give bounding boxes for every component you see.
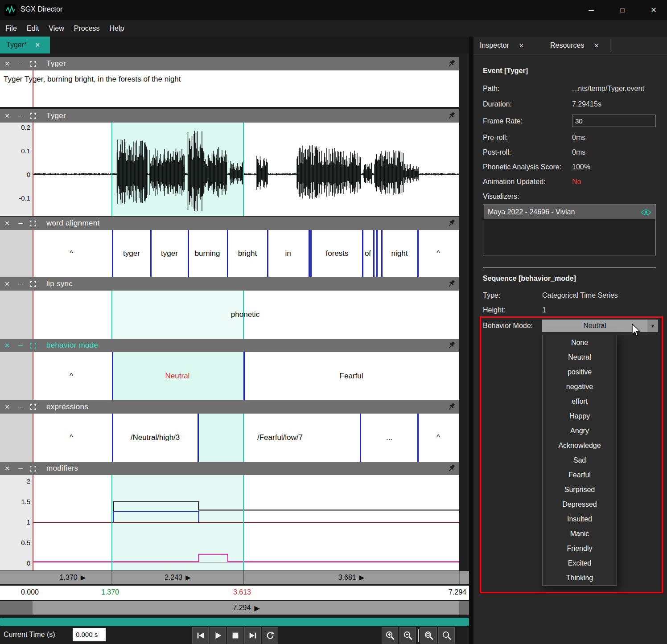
segment-boundary[interactable] bbox=[112, 352, 113, 400]
selection-start-line[interactable] bbox=[111, 291, 112, 339]
visualizer-item[interactable]: Maya 2022 - 24696 - Vivian bbox=[484, 205, 655, 219]
dropdown-option-surprised[interactable]: Surprised bbox=[543, 482, 617, 497]
track-maximize-icon[interactable] bbox=[30, 113, 37, 119]
selection-end-line[interactable] bbox=[243, 475, 244, 570]
track-minimize-icon[interactable]: ─ bbox=[17, 277, 24, 291]
dropdown-option-negative[interactable]: negative bbox=[543, 379, 617, 394]
dropdown-option-effort[interactable]: effort bbox=[543, 394, 617, 409]
timeline-segment-bar[interactable]: 1.370 ▶ 2.243 ▶ 3.681 ▶ bbox=[0, 571, 469, 584]
menu-process[interactable]: Process bbox=[74, 25, 106, 33]
segment-boundary[interactable] bbox=[373, 230, 375, 277]
track-maximize-icon[interactable] bbox=[30, 466, 37, 472]
track-close-icon[interactable]: ✕ bbox=[4, 109, 10, 123]
track-close-icon[interactable]: ✕ bbox=[4, 400, 10, 414]
track-minimize-icon[interactable]: ─ bbox=[17, 57, 24, 70]
segment-label[interactable]: ... bbox=[386, 433, 392, 442]
playhead[interactable] bbox=[33, 475, 33, 570]
visibility-eye-icon[interactable] bbox=[641, 209, 651, 216]
segment-label[interactable]: burning bbox=[195, 249, 220, 258]
segment-boundary[interactable] bbox=[227, 230, 228, 277]
stop-button[interactable] bbox=[227, 627, 243, 644]
playhead[interactable] bbox=[33, 352, 33, 400]
segment-duration-2[interactable]: 2.243 ▶ bbox=[112, 571, 243, 584]
segment-boundary[interactable] bbox=[360, 414, 361, 462]
track-maximize-icon[interactable] bbox=[30, 404, 37, 410]
track-minimize-icon[interactable]: ─ bbox=[17, 339, 24, 352]
playhead[interactable] bbox=[33, 230, 33, 277]
extent-cap-left[interactable] bbox=[0, 601, 33, 615]
play-button[interactable] bbox=[210, 627, 226, 644]
track-expressions-body[interactable]: ^/Neutral/high/3/Fearful/low/7...^ bbox=[0, 414, 459, 462]
track-close-icon[interactable]: ✕ bbox=[4, 462, 10, 475]
track-maximize-icon[interactable] bbox=[30, 61, 37, 67]
zoom-fit-icon[interactable] bbox=[438, 627, 455, 644]
dropdown-option-acknowledge[interactable]: Acknowledge bbox=[543, 438, 617, 453]
dropdown-option-manic[interactable]: Manic bbox=[543, 526, 617, 541]
track-pin-icon[interactable] bbox=[448, 464, 456, 473]
dropdown-option-excited[interactable]: Excited bbox=[543, 556, 617, 570]
segment-duration-1[interactable]: 1.370 ▶ bbox=[33, 571, 112, 584]
current-time-field[interactable]: 0.000 s bbox=[73, 628, 106, 641]
dropdown-option-depressed[interactable]: Depressed bbox=[543, 497, 617, 512]
track-pin-icon[interactable] bbox=[448, 111, 456, 120]
segment-boundary[interactable] bbox=[243, 352, 245, 400]
window-close-button[interactable]: ✕ bbox=[640, 0, 667, 20]
track-close-icon[interactable]: ✕ bbox=[4, 339, 10, 352]
behavior-mode-dropdown[interactable]: Neutral ▼ bbox=[542, 320, 658, 332]
zoom-to-selection-icon[interactable] bbox=[420, 627, 437, 644]
track-modifiers-body[interactable]: 2 1.5 1 0.5 0 bbox=[0, 475, 459, 570]
menu-file[interactable]: File bbox=[5, 25, 23, 33]
selection-end-line[interactable] bbox=[243, 123, 244, 216]
segment-boundary[interactable] bbox=[112, 230, 113, 277]
panel-divider[interactable] bbox=[469, 37, 473, 644]
segment-play-icon[interactable]: ▶ bbox=[185, 574, 191, 582]
dropdown-option-neutral[interactable]: Neutral bbox=[543, 350, 617, 365]
time-ruler[interactable]: 0.000 1.370 3.613 7.294 bbox=[0, 586, 469, 600]
track-behavior-mode-body[interactable]: ^NeutralFearful bbox=[0, 352, 459, 400]
track-maximize-icon[interactable] bbox=[30, 343, 37, 349]
track-minimize-icon[interactable]: ─ bbox=[17, 462, 24, 475]
segment-play-icon[interactable]: ▶ bbox=[81, 574, 86, 582]
segment-boundary[interactable] bbox=[381, 230, 383, 277]
tab-resources[interactable]: Resources ✕ bbox=[550, 37, 599, 54]
track-minimize-icon[interactable]: ─ bbox=[17, 109, 24, 123]
dropdown-option-thinking[interactable]: Thinking bbox=[543, 570, 617, 585]
track-pin-icon[interactable] bbox=[448, 279, 456, 288]
dropdown-option-happy[interactable]: Happy bbox=[543, 409, 617, 423]
segment-label[interactable]: tyger bbox=[123, 249, 140, 258]
dropdown-option-none[interactable]: None bbox=[543, 335, 617, 350]
menu-view[interactable]: View bbox=[49, 25, 70, 33]
phonetic-label[interactable]: phonetic bbox=[231, 310, 259, 319]
segment-label[interactable]: ^ bbox=[70, 372, 73, 381]
segment-boundary[interactable] bbox=[198, 414, 199, 462]
segment-boundary[interactable] bbox=[417, 230, 419, 277]
segment-label[interactable]: in bbox=[285, 249, 291, 258]
tab-close-icon[interactable]: ✕ bbox=[519, 42, 524, 49]
segment-label[interactable]: ^ bbox=[436, 249, 440, 258]
track-pin-icon[interactable] bbox=[448, 59, 456, 68]
segment-play-icon[interactable]: ▶ bbox=[359, 574, 365, 582]
menu-edit[interactable]: Edit bbox=[27, 25, 45, 33]
zoom-in-icon[interactable] bbox=[382, 627, 398, 644]
segment-label[interactable]: /Fearful/low/7 bbox=[257, 433, 303, 442]
dropdown-option-fearful[interactable]: Fearful bbox=[543, 468, 617, 482]
tab-tyger[interactable]: Tyger* ✕ bbox=[0, 37, 50, 53]
segment-boundary[interactable] bbox=[376, 230, 378, 277]
track-minimize-icon[interactable]: ─ bbox=[17, 400, 24, 414]
track-pin-icon[interactable] bbox=[448, 402, 456, 411]
skip-to-start-button[interactable] bbox=[192, 627, 209, 644]
frame-rate-input[interactable] bbox=[572, 115, 656, 127]
selection-end-line[interactable] bbox=[243, 414, 244, 462]
track-minimize-icon[interactable]: ─ bbox=[17, 217, 24, 230]
window-maximize-button[interactable]: □ bbox=[609, 0, 636, 20]
extent-cap-right[interactable] bbox=[459, 601, 469, 615]
segment-label[interactable]: /Neutral/high/3 bbox=[131, 433, 180, 442]
track-lip-sync-body[interactable]: phonetic bbox=[0, 291, 459, 339]
extent-bar[interactable]: 7.294 ▶ bbox=[0, 601, 469, 615]
segment-boundary[interactable] bbox=[417, 414, 419, 462]
playhead[interactable] bbox=[33, 123, 33, 216]
tab-close-icon[interactable]: ✕ bbox=[35, 41, 40, 49]
selection-region[interactable] bbox=[112, 291, 243, 339]
window-minimize-button[interactable]: ─ bbox=[578, 0, 605, 20]
segment-boundary[interactable] bbox=[150, 230, 152, 277]
